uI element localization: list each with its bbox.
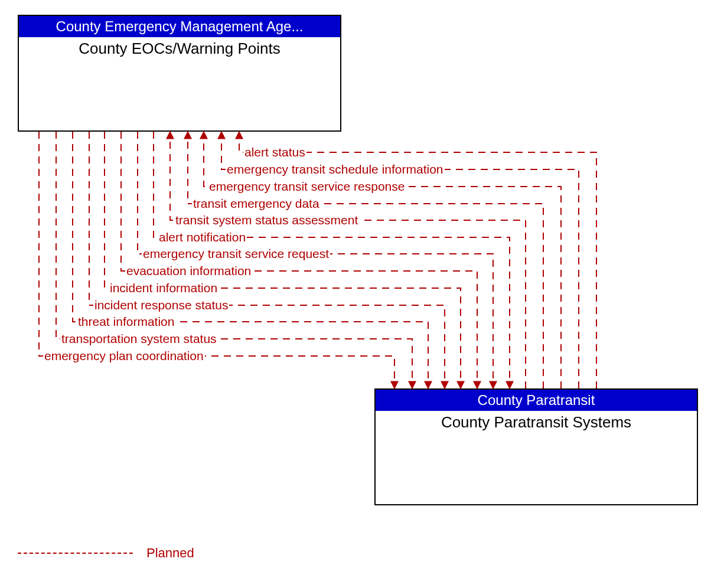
flow-label: transit system status assessment [174,213,359,227]
flow-label: threat information [77,315,175,328]
flow-label: emergency plan coordination [43,349,205,362]
entity-header-county-eoc: County Emergency Management Age... [19,16,340,37]
flow-label: incident response status [93,298,229,312]
entity-box-county-eoc: County Emergency Management Age... Count… [18,15,341,132]
entity-box-county-paratransit: County Paratransit County Paratransit Sy… [374,388,698,505]
flow-label: emergency transit service request [142,247,330,260]
legend-line-planned [18,553,133,554]
flow-label: incident information [109,281,218,295]
flow-label: emergency transit schedule information [226,162,445,176]
flow-label: emergency transit service response [208,179,406,193]
entity-body-county-eoc: County EOCs/Warning Points [19,37,340,60]
flow-label: transportation system status [60,332,218,345]
legend-label-planned: Planned [146,545,194,561]
flow-label: alert notification [158,230,247,244]
entity-body-county-paratransit: County Paratransit Systems [376,411,697,434]
flow-label: alert status [243,145,306,159]
entity-header-county-paratransit: County Paratransit [376,390,697,411]
flow-label: transit emergency data [192,197,321,210]
flow-label: evacuation information [125,264,252,277]
